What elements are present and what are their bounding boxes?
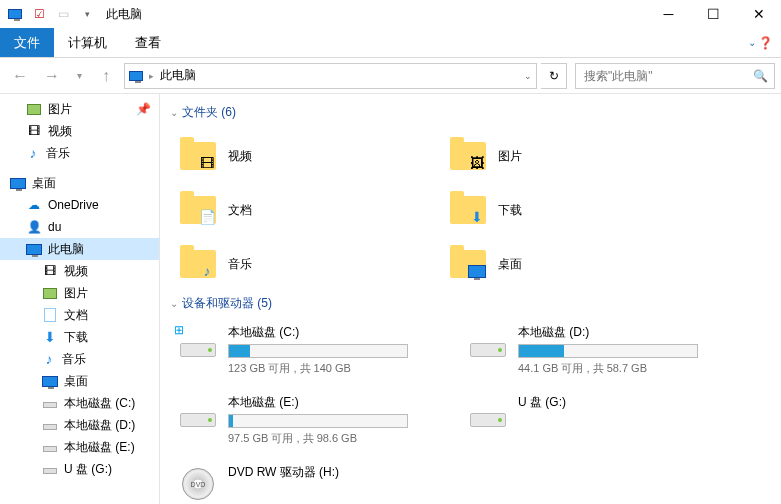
drive-e[interactable]: 本地磁盘 (E:) 97.5 GB 可用 , 共 98.6 GB (170, 390, 460, 450)
nav-bar: ← → ▾ ↑ ▸ 此电脑 ⌄ ↻ 🔍 (0, 58, 781, 94)
sidebar-item-disk-e[interactable]: 本地磁盘 (E:) (0, 436, 159, 458)
group-label: 文件夹 (6) (182, 104, 236, 121)
capacity-bar (228, 344, 408, 358)
close-button[interactable]: ✕ (736, 0, 781, 28)
sidebar-item-pc-music[interactable]: ♪ 音乐 (0, 348, 159, 370)
downloads-icon: ⬇ (448, 190, 488, 230)
window-title: 此电脑 (106, 6, 142, 23)
sidebar-item-label: 此电脑 (48, 241, 84, 258)
thispc-icon (26, 241, 42, 257)
address-bar[interactable]: ▸ 此电脑 ⌄ (124, 63, 537, 89)
sidebar-item-pc-documents[interactable]: 文档 (0, 304, 159, 326)
documents-icon (42, 307, 58, 323)
sidebar-item-pc-desktop[interactable]: 桌面 (0, 370, 159, 392)
qat-newfolder-icon[interactable]: ▭ (52, 3, 74, 25)
group-header-drives[interactable]: ⌄ 设备和驱动器 (5) (170, 295, 771, 312)
sidebar-item-label: 音乐 (62, 351, 86, 368)
sidebar-item-desktop-root[interactable]: 桌面 (0, 172, 159, 194)
folder-pictures[interactable]: 🖼 图片 (440, 129, 710, 183)
history-dropdown[interactable]: ▾ (70, 62, 88, 90)
sidebar-item-music[interactable]: ♪ 音乐 (0, 142, 159, 164)
tab-view[interactable]: 查看 (121, 28, 175, 57)
drive-d[interactable]: 本地磁盘 (D:) 44.1 GB 可用 , 共 58.7 GB (460, 320, 750, 380)
desktop-icon (42, 373, 58, 389)
drive-name: DVD RW 驱动器 (H:) (228, 464, 452, 481)
pictures-icon (42, 285, 58, 301)
sidebar-item-thispc[interactable]: 此电脑 (0, 238, 159, 260)
group-header-folders[interactable]: ⌄ 文件夹 (6) (170, 104, 771, 121)
sidebar-item-onedrive[interactable]: ☁ OneDrive (0, 194, 159, 216)
folder-label: 图片 (498, 148, 522, 165)
sidebar-item-pc-pictures[interactable]: 图片 (0, 282, 159, 304)
search-box[interactable]: 🔍 (575, 63, 775, 89)
folder-downloads[interactable]: ⬇ 下载 (440, 183, 710, 237)
disk-icon (468, 324, 508, 364)
up-button[interactable]: ↑ (92, 62, 120, 90)
refresh-button[interactable]: ↻ (541, 63, 567, 89)
ribbon-help[interactable]: ⌄❓ (740, 28, 781, 57)
sidebar-item-videos[interactable]: 🎞 视频 (0, 120, 159, 142)
tab-computer[interactable]: 计算机 (54, 28, 121, 57)
sidebar-item-pc-downloads[interactable]: ⬇ 下载 (0, 326, 159, 348)
music-icon: ♪ (42, 352, 56, 366)
drive-name: 本地磁盘 (E:) (228, 394, 452, 411)
folder-music[interactable]: ♪ 音乐 (170, 237, 440, 291)
sidebar-item-label: du (48, 220, 61, 234)
disk-icon (42, 395, 58, 411)
disk-icon (42, 417, 58, 433)
folder-label: 文档 (228, 202, 252, 219)
sidebar-item-label: 图片 (48, 101, 72, 118)
address-chevron-icon[interactable]: ▸ (149, 71, 154, 81)
address-icon (129, 71, 143, 81)
back-button[interactable]: ← (6, 62, 34, 90)
pin-icon: 📌 (136, 102, 151, 116)
qat-dropdown-icon[interactable]: ▾ (76, 3, 98, 25)
qat-properties-icon[interactable]: ☑ (28, 3, 50, 25)
folder-documents[interactable]: 📄 文档 (170, 183, 440, 237)
folder-desktop[interactable]: 桌面 (440, 237, 710, 291)
drive-g[interactable]: U 盘 (G:) (460, 390, 750, 450)
sidebar-item-disk-g[interactable]: U 盘 (G:) (0, 458, 159, 480)
sidebar-item-label: 视频 (48, 123, 72, 140)
sidebar-item-label: 桌面 (64, 373, 88, 390)
music-icon: ♪ (178, 244, 218, 284)
sidebar-item-disk-d[interactable]: 本地磁盘 (D:) (0, 414, 159, 436)
documents-icon: 📄 (178, 190, 218, 230)
chevron-down-icon: ⌄ (170, 298, 178, 309)
tab-file[interactable]: 文件 (0, 28, 54, 57)
address-dropdown-icon[interactable]: ⌄ (524, 71, 532, 81)
sidebar-item-disk-c[interactable]: 本地磁盘 (C:) (0, 392, 159, 414)
maximize-button[interactable]: ☐ (691, 0, 736, 28)
disk-icon: ⊞ (178, 324, 218, 364)
title-bar: ☑ ▭ ▾ 此电脑 ─ ☐ ✕ (0, 0, 781, 28)
capacity-bar (228, 414, 408, 428)
folder-label: 下载 (498, 202, 522, 219)
chevron-down-icon: ⌄ (748, 37, 756, 48)
drive-c[interactable]: ⊞ 本地磁盘 (C:) 123 GB 可用 , 共 140 GB (170, 320, 460, 380)
disk-icon (178, 394, 218, 434)
folder-videos[interactable]: 🎞 视频 (170, 129, 440, 183)
drive-name: U 盘 (G:) (518, 394, 742, 411)
sidebar-item-label: 文档 (64, 307, 88, 324)
drive-dvd[interactable]: DVD DVD RW 驱动器 (H:) (170, 460, 460, 504)
search-input[interactable] (582, 68, 753, 84)
drive-name: 本地磁盘 (D:) (518, 324, 742, 341)
sidebar-item-user[interactable]: 👤 du (0, 216, 159, 238)
system-icon[interactable] (4, 3, 26, 25)
help-icon: ❓ (758, 36, 773, 50)
desktop-icon (10, 175, 26, 191)
forward-button[interactable]: → (38, 62, 66, 90)
nav-tree: 图片 📌 🎞 视频 ♪ 音乐 桌面 ☁ OneDrive 👤 du 此电脑 (0, 94, 160, 504)
ribbon-tabs: 文件 计算机 查看 ⌄❓ (0, 28, 781, 58)
pictures-icon (26, 101, 42, 117)
sidebar-item-label: U 盘 (G:) (64, 461, 112, 478)
sidebar-item-pc-videos[interactable]: 🎞 视频 (0, 260, 159, 282)
usb-icon (42, 461, 58, 477)
folder-label: 视频 (228, 148, 252, 165)
breadcrumb[interactable]: 此电脑 (160, 67, 196, 84)
folder-label: 音乐 (228, 256, 252, 273)
minimize-button[interactable]: ─ (646, 0, 691, 28)
sidebar-item-pictures[interactable]: 图片 📌 (0, 98, 159, 120)
sidebar-item-label: 本地磁盘 (E:) (64, 439, 135, 456)
sidebar-item-label: OneDrive (48, 198, 99, 212)
